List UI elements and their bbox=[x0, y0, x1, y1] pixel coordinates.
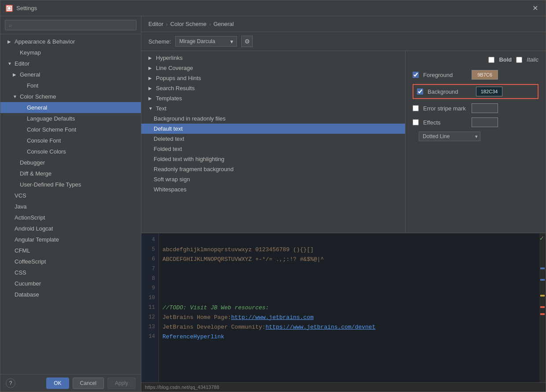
effects-color-box[interactable] bbox=[472, 117, 498, 127]
bold-label: Bold bbox=[499, 56, 512, 63]
ok-button[interactable]: OK bbox=[46, 377, 69, 389]
tree-item-label: Deleted text bbox=[154, 136, 184, 142]
svg-rect-1 bbox=[8, 7, 11, 10]
foreground-color-box[interactable]: 9B7C6 bbox=[472, 70, 498, 80]
bold-checkbox[interactable] bbox=[488, 57, 494, 63]
code-line-10 bbox=[162, 293, 536, 303]
tree-item-whitespaces[interactable]: Whitespaces bbox=[141, 184, 405, 194]
tree-item-label: Templates bbox=[156, 95, 182, 102]
sidebar-item-colorschemefont[interactable]: Color Scheme Font bbox=[0, 124, 141, 135]
search-bar bbox=[0, 16, 141, 34]
error-stripe-label: Error stripe mark bbox=[423, 105, 467, 112]
sidebar-item-appearance[interactable]: ▶ Appearance & Behavior bbox=[0, 36, 141, 47]
sidebar-item-label: Database bbox=[15, 291, 39, 298]
sidebar-item-label: Cucumber bbox=[15, 280, 41, 287]
code-line-11: //TODO: Visit JB Web resources: bbox=[162, 303, 536, 312]
code-link-2[interactable]: https://www.jetbrains.com/devnet bbox=[266, 324, 376, 330]
gutter-line-14: 14 bbox=[141, 332, 159, 341]
effects-checkbox[interactable] bbox=[413, 119, 419, 125]
sidebar-item-debugger[interactable]: Debugger bbox=[0, 157, 141, 168]
background-color-value: 182C34 bbox=[481, 89, 498, 94]
tree-item-defaulttext[interactable]: Default text bbox=[141, 124, 405, 134]
tree-item-bgreadonly[interactable]: Background in readonly files bbox=[141, 114, 405, 124]
preview-area: 4 5 6 7 8 9 10 11 12 13 14 abcdefghijklm… bbox=[141, 233, 546, 382]
code-line-13: JetBrains Developer Community: https://w… bbox=[162, 322, 536, 332]
sidebar-item-label: Debugger bbox=[20, 159, 45, 166]
sidebar-item-editor[interactable]: ▼ Editor bbox=[0, 58, 141, 69]
cancel-button[interactable]: Cancel bbox=[73, 377, 104, 389]
tree-item-label: Default text bbox=[154, 125, 183, 132]
error-stripe-checkbox[interactable] bbox=[413, 105, 419, 111]
help-button[interactable]: ? bbox=[6, 378, 15, 388]
split-area: ▶ Hyperlinks ▶ Line Coverage ▶ Popups an… bbox=[141, 51, 546, 233]
sidebar-item-vcs[interactable]: VCS bbox=[0, 190, 141, 201]
tree-item-softwrap[interactable]: Soft wrap sign bbox=[141, 174, 405, 184]
tree-item-label: Soft wrap sign bbox=[154, 176, 190, 183]
gear-button[interactable]: ⚙ bbox=[241, 36, 253, 47]
tree-item-popups[interactable]: ▶ Popups and Hints bbox=[141, 73, 405, 83]
sidebar-item-userfiletypes[interactable]: User-Defined File Types bbox=[0, 179, 141, 190]
sidebar-item-langdefaults[interactable]: Language Defaults bbox=[0, 113, 141, 124]
tree-item-hyperlinks[interactable]: ▶ Hyperlinks bbox=[141, 53, 405, 63]
italic-label: Italic bbox=[527, 56, 539, 63]
gutter-line-7: 7 bbox=[141, 264, 159, 274]
sidebar-item-label: CFML bbox=[15, 247, 30, 254]
sidebar-item-general-selected[interactable]: General bbox=[0, 102, 141, 113]
background-color-box[interactable]: 182C34 bbox=[476, 87, 502, 96]
sidebar-item-colorscheme[interactable]: ▼ Color Scheme bbox=[0, 91, 141, 102]
sidebar-item-label: Console Colors bbox=[27, 148, 66, 155]
sidebar-item-coffeescript[interactable]: CoffeeScript bbox=[0, 256, 141, 267]
breadcrumb-colorscheme: Color Scheme bbox=[170, 21, 207, 27]
background-checkbox[interactable] bbox=[417, 88, 423, 95]
sidebar-item-androidlogcat[interactable]: Android Logcat bbox=[0, 223, 141, 234]
checkmark-icon: ✓ bbox=[539, 235, 546, 241]
scroll-mark-2 bbox=[540, 279, 545, 281]
sidebar-item-label: Console Font bbox=[27, 137, 61, 144]
apply-button[interactable]: Apply bbox=[107, 377, 136, 389]
gutter-line-5: 5 bbox=[141, 245, 159, 254]
tree-item-foldedtexthighlight[interactable]: Folded text with highlighting bbox=[141, 154, 405, 164]
sidebar-item-diffmerge[interactable]: Diff & Merge bbox=[0, 168, 141, 179]
scroll-mark-1 bbox=[540, 267, 545, 269]
italic-checkbox[interactable] bbox=[516, 57, 522, 63]
tree-item-readonlyfragment[interactable]: Readonly fragment background bbox=[141, 164, 405, 174]
tree-item-label: Hyperlinks bbox=[156, 55, 183, 61]
arrow-icon: ▼ bbox=[148, 106, 154, 111]
sidebar-item-database[interactable]: Database bbox=[0, 289, 141, 300]
tree-item-searchresults[interactable]: ▶ Search Results bbox=[141, 83, 405, 93]
dotted-line-select[interactable]: Dotted Line Solid Line Underscored Bold … bbox=[419, 132, 480, 141]
sidebar-item-cucumber[interactable]: Cucumber bbox=[0, 278, 141, 289]
error-stripe-row: Error stripe mark bbox=[413, 103, 539, 113]
sidebar-item-font[interactable]: Font bbox=[0, 80, 141, 91]
sidebar-item-css[interactable]: CSS bbox=[0, 267, 141, 278]
scrollbar[interactable]: ✓ bbox=[539, 233, 546, 382]
sidebar-item-consolefont[interactable]: Console Font bbox=[0, 135, 141, 146]
tree-item-foldedtext[interactable]: Folded text bbox=[141, 144, 405, 154]
effects-row: Effects bbox=[413, 117, 539, 127]
sidebar-item-label: Appearance & Behavior bbox=[15, 38, 75, 45]
tree-item-templates[interactable]: ▶ Templates bbox=[141, 93, 405, 103]
sidebar-item-keymap[interactable]: Keymap bbox=[0, 47, 141, 58]
tree-item-linecoverage[interactable]: ▶ Line Coverage bbox=[141, 63, 405, 73]
sidebar: ▶ Appearance & Behavior Keymap ▼ Editor … bbox=[0, 16, 141, 392]
code-text: JetBrains Developer Community: bbox=[162, 324, 266, 330]
action-buttons: OK Cancel Apply bbox=[46, 377, 136, 389]
sidebar-item-label: General bbox=[20, 71, 40, 78]
sidebar-item-angulartemplate[interactable]: Angular Template bbox=[0, 234, 141, 245]
tree-item-text[interactable]: ▼ Text bbox=[141, 103, 405, 114]
tree-item-deletedtext[interactable]: Deleted text bbox=[141, 134, 405, 144]
sidebar-item-java[interactable]: Java bbox=[0, 201, 141, 212]
search-input[interactable] bbox=[5, 20, 136, 30]
close-button[interactable]: ✕ bbox=[530, 3, 540, 14]
arrow-icon: ▶ bbox=[148, 86, 154, 91]
code-link-1[interactable]: http://www.jetbrains.com bbox=[231, 314, 314, 321]
gutter-line-10: 10 bbox=[141, 293, 159, 303]
error-stripe-color-box[interactable] bbox=[472, 103, 498, 113]
sidebar-item-cfml[interactable]: CFML bbox=[0, 245, 141, 256]
sidebar-item-actionscript[interactable]: ActionScript bbox=[0, 212, 141, 223]
foreground-checkbox[interactable] bbox=[413, 72, 419, 78]
scheme-select[interactable]: Mirage Darcula Darcula Default High Cont… bbox=[175, 36, 237, 47]
tree-item-label: Folded text with highlighting bbox=[154, 156, 224, 162]
sidebar-item-general[interactable]: ▶ General bbox=[0, 69, 141, 80]
sidebar-item-consolecolors[interactable]: Console Colors bbox=[0, 146, 141, 157]
